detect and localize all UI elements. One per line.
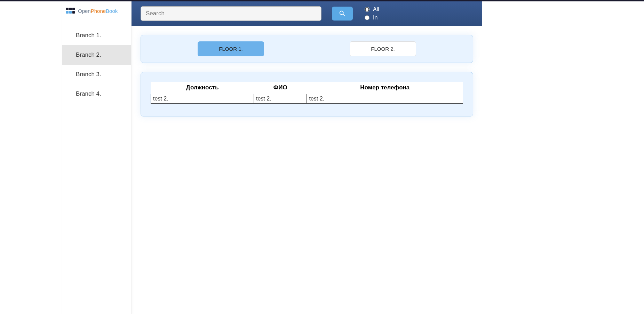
table-header-row: Должность ФИО Номер телефона: [151, 82, 463, 94]
sidebar-item-branch-1[interactable]: Branch 1.: [62, 26, 131, 45]
sidebar-item-branch-2[interactable]: Branch 2.: [62, 45, 131, 65]
radio-all-input[interactable]: [365, 7, 369, 12]
search-icon: [339, 10, 346, 17]
radio-all[interactable]: All: [365, 6, 379, 13]
th-phone: Номер телефона: [307, 82, 463, 94]
main-area: All In FLOOR 1. FLOOR 2. Должность: [132, 1, 482, 314]
logo-part-phone: Phone: [91, 8, 106, 14]
radio-in-label: In: [373, 15, 377, 21]
logo-text: OpenPhoneBook: [78, 8, 118, 14]
contacts-table: Должность ФИО Номер телефона test 2. tes…: [151, 82, 463, 104]
sidebar-item-branch-3[interactable]: Branch 3.: [62, 65, 131, 84]
search-scope-radio-group: All In: [365, 6, 379, 21]
search-button[interactable]: [332, 7, 353, 21]
th-position: Должность: [151, 82, 254, 94]
logo-part-book: Book: [106, 8, 118, 14]
cell-phone: test 2.: [307, 94, 463, 104]
th-name: ФИО: [254, 82, 307, 94]
logo[interactable]: OpenPhoneBook: [62, 1, 131, 19]
logo-icon: [66, 8, 76, 14]
tab-floor-1[interactable]: FLOOR 1.: [198, 41, 264, 56]
app-container: OpenPhoneBook Branch 1. Branch 2. Branch…: [0, 1, 644, 314]
logo-part-open: Open: [78, 8, 91, 14]
sidebar-item-branch-4[interactable]: Branch 4.: [62, 84, 131, 104]
header-bar: All In: [132, 1, 482, 26]
radio-all-label: All: [373, 6, 379, 13]
search-input[interactable]: [141, 6, 321, 21]
tab-floor-2[interactable]: FLOOR 2.: [350, 41, 416, 56]
table-row[interactable]: test 2. test 2. test 2.: [151, 94, 463, 104]
cell-name: test 2.: [254, 94, 307, 104]
branch-list: Branch 1. Branch 2. Branch 3. Branch 4.: [62, 19, 131, 104]
cell-position: test 2.: [151, 94, 254, 104]
floor-tabs: FLOOR 1. FLOOR 2.: [141, 35, 473, 63]
content: FLOOR 1. FLOOR 2. Должность ФИО Номер те…: [132, 26, 482, 126]
radio-in[interactable]: In: [365, 15, 379, 21]
radio-in-input[interactable]: [365, 15, 369, 20]
sidebar: OpenPhoneBook Branch 1. Branch 2. Branch…: [62, 1, 132, 314]
table-panel: Должность ФИО Номер телефона test 2. tes…: [141, 72, 473, 116]
